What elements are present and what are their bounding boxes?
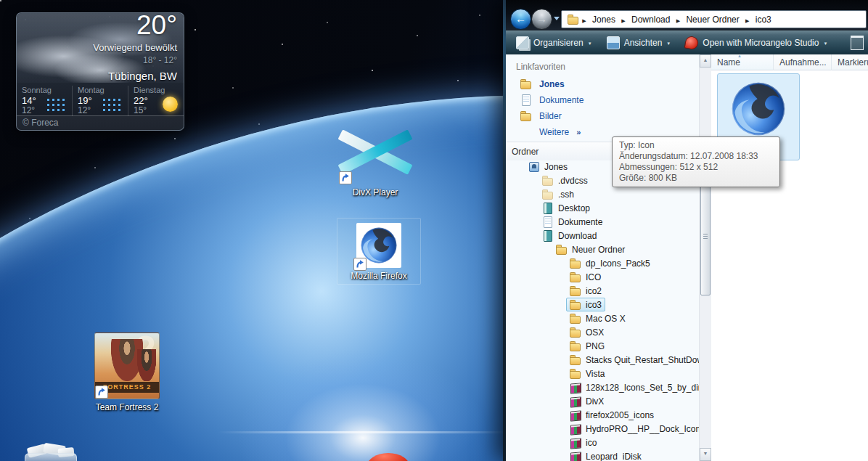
tree-item[interactable]: HydroPRO__HP__Dock_Icon_Set_by_ [506,422,699,436]
scroll-down-button[interactable]: ▼ [700,448,711,461]
favorite-link[interactable]: Jones [506,76,699,92]
toolbar-button[interactable]: Ansichten [601,34,677,52]
doc-icon [542,216,554,228]
window-left-border [503,0,506,461]
recycle-bin-icon[interactable] [22,444,78,461]
organize-icon [516,36,529,49]
desktop-icon-team-fortress-2[interactable]: 2 FORTRESS 2 Team Fortress 2 [85,333,169,412]
favorites-header: Linkfavoriten [516,62,565,72]
weather-gadget[interactable]: 20° Vorwiegend bewölkt 18° - 12° Tübinge… [16,12,184,131]
forecast-day-name: Montag [78,86,128,94]
dropdown-arrow-icon [823,38,827,48]
tree-item[interactable]: Stacks Quit_Restart_ShutDown [506,353,699,367]
weather-location: Tübingen, BW [108,70,177,82]
forecast-day-name: Dienstag [134,86,184,94]
special-icon [542,203,554,214]
tree-item[interactable]: PNG [506,339,699,353]
tree-item[interactable]: ico3 [506,298,699,311]
toolbar-button-label: Organisieren [533,38,584,48]
back-button[interactable]: ← [510,9,531,30]
favorites-list: Jones Dokumente Bilder Weitere » [506,76,699,140]
favorite-link-label: Weitere [539,127,569,137]
sun-ray [218,431,508,433]
file-list-pane: Name Aufnahme... Markieru Firefox [711,54,868,461]
tree-item[interactable]: ICO [506,270,699,284]
scrollbar-thumb[interactable] [700,178,711,295]
toolbar-button-label: Open with Microangelo Studio [703,38,819,48]
user-icon [528,161,540,173]
column-header-label: Name [717,57,740,68]
breadcrumb: JonesDownloadNeuer Ordnerico3 [581,15,776,25]
tree-item[interactable]: Desktop [506,201,699,215]
forecast-day: Montag 19° 12° [73,86,128,116]
star-field [0,0,1,1]
forecast-row: Sonntag 14° 12° Montag 19° 12° Dienstag … [17,86,184,116]
tree-item[interactable]: .ssh [506,187,699,201]
tree-item[interactable]: Neuer Ordner [506,242,699,256]
breadcrumb-separator-icon [744,15,751,25]
explorer-content: Linkfavoriten Jones Dokumente Bilder Wei… [506,54,868,461]
tree-item[interactable]: OSX [506,325,699,339]
column-header[interactable]: Markieru [832,54,868,70]
column-header[interactable]: Aufnahme... [774,54,832,70]
tooltip-line: Änderungsdatum: 12.07.2008 18:33 [619,151,773,162]
tree-item[interactable]: Vista [506,367,699,380]
tree-item-label: Stacks Quit_Restart_ShutDown [586,355,699,365]
recycle-bin-body [25,453,77,461]
folder-icon [570,327,581,338]
folders-header-label: Ordner [512,147,539,157]
current-temperature: 20° [136,12,177,41]
weather-credit: © Foreca [17,115,184,130]
folder-icon [570,272,581,283]
toolbar-button[interactable]: Organisieren [510,34,598,52]
firefox-file-thumbnail-icon [729,80,787,138]
special-icon [542,230,554,242]
tree-item[interactable]: 128x128_Icons_Set_5_by_dimpoart [506,380,699,394]
column-header-label: Markieru [838,57,868,68]
column-header[interactable]: Name [711,54,774,70]
tree-item[interactable]: dp_Icons_Pack5 [506,256,699,270]
shortcut-arrow-icon [95,385,108,399]
breadcrumb-item[interactable]: Download [627,15,674,25]
tree-item-label: Desktop [558,203,590,213]
tree-item[interactable]: Leopard_iDisk [506,449,699,461]
tree-item[interactable]: Mac OS X [506,311,699,325]
dropdown-arrow-icon [666,38,671,48]
breadcrumb-separator-icon [674,15,681,25]
breadcrumb-item[interactable]: Neuer Ordner [681,15,743,25]
tree-item-label: DivX [586,396,604,407]
favorite-link[interactable]: Dokumente [506,92,699,108]
tree-item[interactable]: ico2 [506,284,699,298]
desktop-icon-label: Mozilla Firefox [337,271,420,281]
breadcrumb-separator-icon [620,15,627,25]
history-dropdown-icon[interactable] [554,17,560,20]
high-low-temperature: 18° - 12° [143,55,177,65]
desktop-icon-mozilla-firefox[interactable]: Mozilla Firefox [337,218,421,285]
address-bar[interactable]: JonesDownloadNeuer Ordnerico3 [561,10,867,28]
desktop-icon-divx-player[interactable]: DivX Player [333,122,417,197]
tree-item-label: ico2 [586,286,602,296]
tree-item-label: Leopard_iDisk [586,452,642,461]
rar-icon [570,423,581,435]
forward-button[interactable]: → [531,9,552,30]
tree-item[interactable]: Download [506,229,699,242]
command-toolbar: Organisieren Ansichten Open with Microan… [503,30,868,55]
breadcrumb-item[interactable]: Jones [588,15,620,25]
tree-item[interactable]: DivX [506,394,699,408]
tree-item[interactable]: Dokumente [506,215,699,229]
toolbar-button[interactable]: Diash [845,34,868,52]
favorite-link[interactable]: Bilder [506,108,699,124]
tree-item[interactable]: ico [506,436,699,449]
folder-icon [570,258,581,269]
scroll-up-button[interactable]: ▲ [700,54,711,68]
breadcrumb-item[interactable]: ico3 [751,15,776,25]
tree-item-label: HydroPRO__HP__Dock_Icon_Set_by_ [586,424,699,434]
column-headers: Name Aufnahme... Markieru [711,54,868,70]
toolbar-button[interactable]: Open with Microangelo Studio [679,34,833,52]
sun-glare [232,347,494,461]
tree-item-label: Download [558,231,597,241]
folder-icon [570,368,581,380]
favorite-link-label: Dokumente [539,95,584,105]
tree-item[interactable]: firefox2005_icons [506,408,699,422]
forecast-day-name: Sonntag [22,86,72,94]
